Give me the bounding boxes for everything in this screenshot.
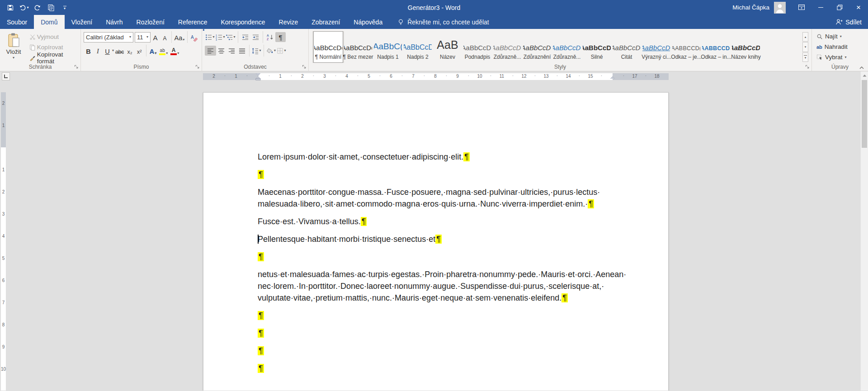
user-name[interactable]: Michal Čápka [732, 4, 769, 11]
horizontal-ruler[interactable]: 211234567891011121314151718·············… [203, 73, 669, 80]
paragraph[interactable]: ¶ [258, 327, 668, 339]
format-painter-button[interactable]: Kopírovat formát [27, 53, 78, 62]
tab-soubor[interactable]: Soubor [0, 15, 34, 29]
left-indent-marker[interactable] [256, 79, 260, 80]
paragraph[interactable]: ¶ [258, 169, 668, 180]
shrink-font-button[interactable]: A▾ [160, 32, 170, 42]
styles-more-icon[interactable]: ▾ [802, 52, 808, 62]
text-line[interactable]: vulputate·vitae,·pretium·mattis,·nunc.·M… [258, 292, 668, 304]
paragraph[interactable]: netus·et·malesuada·fames·ac·turpis·egest… [258, 269, 668, 304]
align-right-button[interactable] [226, 46, 237, 56]
share-button[interactable]: Sdílet [835, 15, 862, 29]
tab-revize[interactable]: Revize [272, 15, 305, 29]
decrease-indent-button[interactable] [240, 32, 250, 42]
multilevel-list-button[interactable]: ▾ [226, 32, 236, 42]
user-avatar[interactable] [774, 2, 786, 14]
save-icon[interactable] [5, 2, 16, 14]
font-size-combo[interactable]: 11 ▾ [135, 32, 151, 42]
redo-icon[interactable] [32, 2, 43, 14]
tab-vložení[interactable]: Vložení [65, 15, 99, 29]
close-button[interactable]: × [849, 0, 868, 15]
text-line[interactable]: Lorem·ipsum·dolor·sit·amet,·consectetuer… [258, 151, 668, 163]
tab-návrh[interactable]: Návrh [99, 15, 129, 29]
paragraph[interactable]: ¶ [258, 345, 668, 357]
paragraph[interactable]: Fusce·est.·Vivamus·a·tellus.¶ [258, 216, 668, 227]
vertical-scrollbar[interactable] [860, 71, 868, 391]
scrollbar-thumb[interactable] [862, 80, 867, 148]
italic-button[interactable]: I [93, 46, 103, 56]
right-indent-marker[interactable] [610, 76, 615, 79]
tab-zobrazení[interactable]: Zobrazení [305, 15, 347, 29]
numbering-button[interactable]: 123 ▾ [215, 32, 226, 42]
style-item[interactable]: AaBbCcD( Citát [612, 31, 642, 63]
tab-nápověda[interactable]: Nápověda [347, 15, 389, 29]
styles-scroll-up-icon[interactable]: ▴ [802, 32, 808, 42]
paragraph[interactable]: Pellentesque·habitant·morbi·tristique·se… [258, 233, 668, 245]
text-line[interactable]: ¶ [258, 169, 668, 180]
style-item[interactable]: AaBbCcD( Zdůrazně... [492, 31, 522, 63]
collapse-ribbon-icon[interactable] [859, 66, 864, 70]
find-button[interactable]: Najít ▾ [816, 31, 865, 42]
text-line[interactable]: ¶ [258, 345, 668, 357]
style-item[interactable]: AaBbCcD( Silné [582, 31, 612, 63]
align-center-button[interactable] [216, 46, 226, 56]
style-item[interactable]: AaBbCcD( Název knihy [731, 31, 761, 63]
copy-icon[interactable] [45, 2, 57, 14]
vertical-ruler[interactable]: 2112345678910 [0, 81, 7, 391]
clear-formatting-button[interactable]: A [189, 32, 199, 42]
text-highlight-button[interactable]: ab ▾ [158, 46, 169, 56]
undo-icon[interactable]: ▾ [18, 2, 30, 14]
ribbon-display-options-icon[interactable] [792, 0, 811, 15]
replace-button[interactable]: ab Nahradit [816, 42, 865, 52]
tab-korespondence[interactable]: Korespondence [214, 15, 272, 29]
show-formatting-marks-button[interactable]: ¶ [275, 32, 286, 42]
font-dialog-launcher-icon[interactable] [195, 64, 200, 70]
paragraph[interactable]: ¶ [258, 251, 668, 263]
clipboard-dialog-launcher-icon[interactable] [74, 64, 79, 70]
styles-scroll-down-icon[interactable]: ▾ [802, 42, 808, 52]
align-left-button[interactable] [205, 46, 216, 56]
paragraph[interactable]: ¶ [258, 363, 668, 374]
line-spacing-button[interactable]: ▾ [251, 46, 262, 56]
select-button[interactable]: Vybrat ▾ [816, 52, 865, 62]
paste-button[interactable]: Vložit ▾ [3, 31, 24, 63]
style-item[interactable]: AaBbCcD( Zdůrazně... [552, 31, 582, 63]
text-line[interactable]: ¶ [258, 363, 668, 374]
scroll-up-icon[interactable] [861, 71, 868, 79]
style-item[interactable]: AABBCCD( Odkaz – je... [671, 31, 701, 63]
tab-stop-selector[interactable] [2, 72, 10, 80]
subscript-button[interactable]: x₂ [125, 46, 135, 56]
font-name-combo[interactable]: Calibri (Základ ▾ [84, 32, 133, 42]
increase-indent-button[interactable] [250, 32, 261, 42]
text-line[interactable]: ¶ [258, 251, 668, 263]
text-line[interactable]: nec·lorem.·In·porttitor.·Donec·laoreet·n… [258, 280, 668, 292]
paragraph[interactable]: ¶ [258, 310, 668, 321]
cut-button[interactable]: Vyjmout [27, 32, 78, 42]
text-line[interactable]: Maecenas·porttitor·congue·massa.·Fusce·p… [258, 186, 668, 198]
paragraph[interactable]: Maecenas·porttitor·congue·massa.·Fusce·p… [258, 186, 668, 210]
document-page[interactable]: Lorem·ipsum·dolor·sit·amet,·consectetuer… [203, 92, 669, 391]
change-case-button[interactable]: Aa▾ [174, 32, 185, 42]
tell-me-box[interactable]: Řekněte mi, co chcete udělat [397, 15, 489, 29]
text-line[interactable]: Fusce·est.·Vivamus·a·tellus.¶ [258, 216, 668, 227]
tab-domů[interactable]: Domů [34, 15, 64, 29]
paragraph-dialog-launcher-icon[interactable] [302, 64, 307, 70]
grow-font-button[interactable]: A▴ [151, 32, 160, 42]
style-item[interactable]: AaBbCcD( Výrazný ci... [642, 31, 671, 63]
text-line[interactable]: netus·et·malesuada·fames·ac·turpis·egest… [258, 269, 668, 280]
style-item[interactable]: AaBbCcD Nadpis 2 [403, 31, 433, 63]
sort-button[interactable]: AZ [265, 32, 275, 42]
style-item[interactable]: AaBbCcD( Podnadpis [462, 31, 492, 63]
style-item[interactable]: AABBCCD( Odkaz – in... [701, 31, 731, 63]
borders-button[interactable]: ▾ [276, 46, 287, 56]
text-line[interactable]: ¶ [258, 327, 668, 339]
minimize-button[interactable] [811, 0, 830, 15]
styles-dialog-launcher-icon[interactable] [805, 64, 810, 70]
text-line[interactable]: ¶ [258, 310, 668, 321]
underline-button[interactable]: U [103, 46, 112, 56]
restore-button[interactable] [830, 0, 849, 15]
superscript-button[interactable]: x² [135, 46, 144, 56]
style-item[interactable]: AaB Název [433, 31, 462, 63]
tab-rozložení[interactable]: Rozložení [130, 15, 171, 29]
justify-button[interactable] [237, 46, 247, 56]
